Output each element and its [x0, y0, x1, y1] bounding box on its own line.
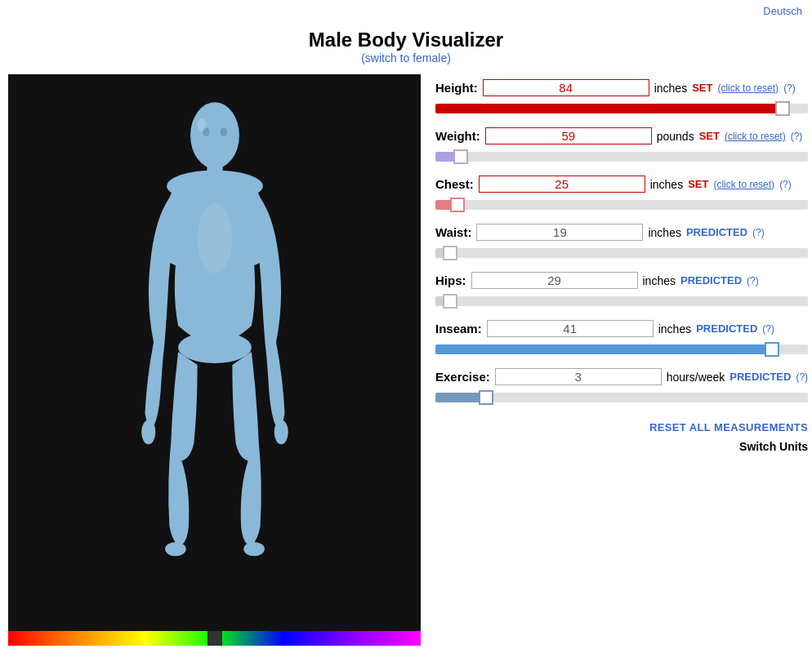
weight-status: SET: [699, 130, 720, 142]
height-control: Height: inches SET (click to reset) (?): [435, 79, 808, 116]
svg-point-10: [197, 118, 206, 132]
inseam-input[interactable]: [487, 320, 654, 337]
height-label: Height:: [435, 81, 478, 95]
chest-control: Chest: inches SET (click to reset) (?): [435, 176, 808, 212]
weight-reset-link[interactable]: (click to reset): [725, 131, 786, 142]
controls-panel: Height: inches SET (click to reset) (?) …: [429, 74, 812, 646]
chest-help-link[interactable]: (?): [779, 179, 792, 190]
weight-input[interactable]: [485, 127, 652, 144]
height-help-link[interactable]: (?): [783, 82, 796, 94]
inseam-control: Inseam: inches PREDICTED (?): [435, 320, 808, 357]
waist-status: PREDICTED: [686, 226, 747, 238]
weight-slider[interactable]: [435, 152, 808, 162]
chest-reset-link[interactable]: (click to reset): [713, 179, 774, 190]
inseam-label: Inseam:: [435, 322, 482, 336]
waist-label-row: Waist: inches PREDICTED (?): [435, 224, 808, 241]
inseam-status: PREDICTED: [696, 322, 757, 335]
inseam-help-link[interactable]: (?): [762, 323, 774, 335]
hips-control: Hips: inches PREDICTED (?): [435, 272, 808, 309]
chest-label: Chest:: [435, 177, 474, 191]
hips-slider[interactable]: [435, 296, 808, 306]
waist-unit: inches: [648, 226, 680, 239]
main-layout: Height: inches SET (click to reset) (?) …: [0, 68, 812, 652]
height-status: SET: [692, 82, 712, 94]
switch-units-button[interactable]: Switch Units: [739, 440, 808, 453]
exercise-input[interactable]: [495, 368, 662, 385]
exercise-label-row: Exercise: hours/week PREDICTED (?): [435, 368, 808, 385]
bottom-buttons: RESET ALL MEASUREMENTS Switch Units: [435, 421, 808, 453]
page-title: Male Body Visualizer: [0, 29, 812, 51]
chest-slider[interactable]: [435, 200, 808, 210]
svg-point-7: [243, 542, 265, 556]
hips-label-row: Hips: inches PREDICTED (?): [435, 272, 808, 289]
hips-status: PREDICTED: [680, 274, 742, 287]
chest-slider-track: [435, 198, 808, 212]
weight-label-row: Weight: pounds SET (click to reset) (?): [435, 127, 808, 144]
height-input[interactable]: [483, 79, 649, 96]
svg-point-9: [220, 127, 227, 136]
color-bar-thumb[interactable]: [207, 631, 222, 646]
exercise-help-link[interactable]: (?): [796, 371, 808, 383]
svg-point-3: [178, 331, 252, 362]
svg-point-0: [190, 102, 239, 168]
weight-control: Weight: pounds SET (click to reset) (?): [435, 127, 808, 164]
waist-slider[interactable]: [435, 248, 808, 258]
weight-help-link[interactable]: (?): [791, 131, 803, 142]
waist-help-link[interactable]: (?): [752, 227, 765, 238]
weight-unit: pounds: [657, 130, 694, 143]
language-link[interactable]: Deutsch: [763, 5, 802, 17]
height-slider[interactable]: [435, 104, 808, 113]
hips-help-link[interactable]: (?): [747, 275, 759, 287]
svg-point-6: [165, 542, 186, 556]
inseam-unit: inches: [658, 322, 691, 336]
height-label-row: Height: inches SET (click to reset) (?): [435, 79, 808, 96]
exercise-status: PREDICTED: [729, 371, 791, 383]
exercise-slider[interactable]: [435, 393, 808, 402]
hips-slider-track: [435, 294, 808, 309]
weight-slider-track: [435, 149, 808, 164]
weight-label: Weight:: [435, 129, 480, 143]
svg-point-4: [141, 420, 155, 444]
switch-gender-link[interactable]: (switch to female): [361, 51, 451, 64]
body-figure-svg: [100, 99, 329, 605]
color-bar: [8, 631, 421, 646]
height-slider-track: [435, 101, 808, 116]
chest-unit: inches: [650, 178, 683, 191]
chest-status: SET: [688, 178, 708, 190]
exercise-label: Exercise:: [435, 370, 490, 384]
chest-input[interactable]: [479, 176, 645, 193]
height-reset-link[interactable]: (click to reset): [717, 82, 779, 94]
hips-input[interactable]: [471, 272, 638, 289]
waist-slider-track: [435, 246, 808, 260]
body-figure: [8, 74, 421, 629]
hips-unit: inches: [643, 274, 676, 287]
waist-control: Waist: inches PREDICTED (?): [435, 224, 808, 260]
chest-label-row: Chest: inches SET (click to reset) (?): [435, 176, 808, 193]
exercise-slider-track: [435, 390, 808, 405]
waist-input[interactable]: [476, 224, 643, 241]
header: Male Body Visualizer (switch to female): [0, 22, 812, 68]
svg-point-11: [197, 203, 232, 273]
reset-all-button[interactable]: RESET ALL MEASUREMENTS: [649, 421, 808, 433]
inseam-slider[interactable]: [435, 344, 808, 354]
waist-label: Waist:: [435, 225, 471, 239]
hips-label: Hips:: [435, 273, 466, 287]
height-unit: inches: [654, 82, 687, 95]
body-viewer: [8, 74, 421, 646]
exercise-control: Exercise: hours/week PREDICTED (?): [435, 368, 808, 405]
inseam-slider-track: [435, 342, 808, 357]
top-bar: Deutsch: [0, 0, 812, 22]
svg-point-5: [274, 420, 288, 444]
exercise-unit: hours/week: [667, 371, 725, 384]
inseam-label-row: Inseam: inches PREDICTED (?): [435, 320, 808, 337]
